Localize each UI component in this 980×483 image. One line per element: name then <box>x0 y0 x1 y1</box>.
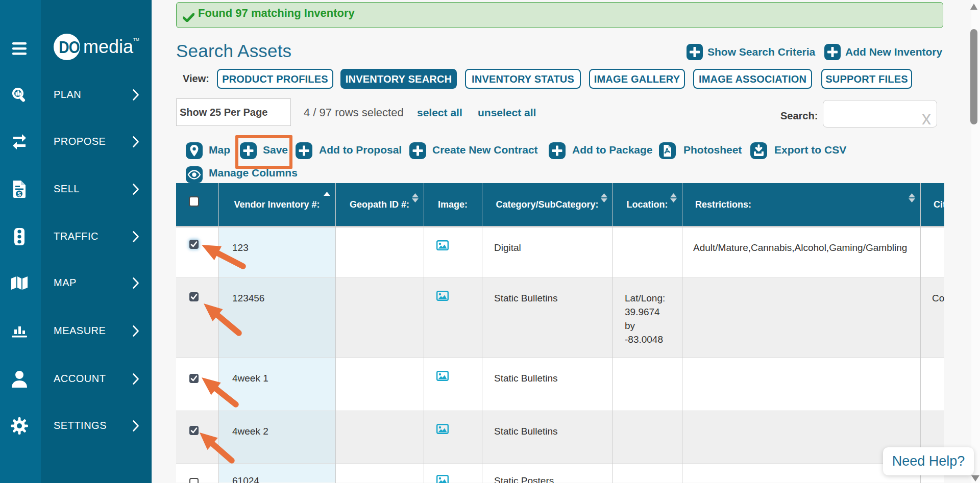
svg-text:$: $ <box>17 191 21 198</box>
